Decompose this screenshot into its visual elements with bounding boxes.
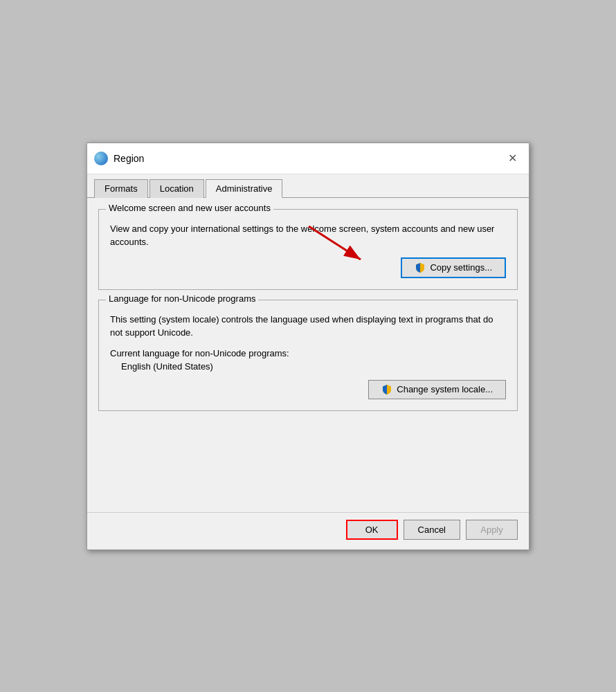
- globe-icon: [94, 152, 108, 165]
- title-bar: Region ✕: [87, 143, 529, 174]
- tabs-container: Formats Location Administrative: [87, 174, 529, 198]
- title-bar-left: Region: [94, 152, 144, 165]
- footer: OK Cancel Apply: [87, 512, 529, 549]
- shield-icon-copy: [415, 262, 426, 273]
- spacer: [98, 421, 518, 504]
- apply-button[interactable]: Apply: [466, 520, 518, 540]
- region-dialog: Region ✕ Formats Location Administrative…: [87, 143, 529, 550]
- welcome-group-label: Welcome screen and new user accounts: [106, 203, 273, 213]
- tab-formats[interactable]: Formats: [94, 179, 148, 198]
- unicode-group: Language for non-Unicode programs This s…: [98, 300, 518, 411]
- unicode-group-body: This setting (system locale) controls th…: [110, 313, 506, 399]
- ok-button[interactable]: OK: [346, 520, 398, 540]
- copy-settings-row: Copy settings...: [110, 257, 506, 278]
- tab-location[interactable]: Location: [150, 179, 204, 198]
- welcome-group: Welcome screen and new user accounts Vie…: [98, 209, 518, 290]
- tab-administrative[interactable]: Administrative: [206, 179, 283, 198]
- welcome-description: View and copy your international setting…: [110, 222, 506, 249]
- close-button[interactable]: ✕: [502, 149, 522, 168]
- cancel-button[interactable]: Cancel: [404, 520, 460, 540]
- change-locale-label: Change system locale...: [397, 384, 493, 394]
- copy-settings-label: Copy settings...: [430, 262, 492, 273]
- welcome-group-body: View and copy your international setting…: [110, 222, 506, 278]
- unicode-description: This setting (system locale) controls th…: [110, 313, 506, 340]
- copy-settings-button[interactable]: Copy settings...: [401, 257, 506, 278]
- current-language-label: Current language for non-Unicode program…: [110, 348, 506, 358]
- unicode-group-label: Language for non-Unicode programs: [106, 293, 258, 304]
- change-locale-button[interactable]: Change system locale...: [368, 380, 506, 399]
- shield-icon-locale: [381, 384, 392, 395]
- main-content: Welcome screen and new user accounts Vie…: [87, 198, 529, 512]
- dialog-title: Region: [114, 153, 144, 164]
- current-language-value: English (United States): [121, 361, 506, 372]
- change-locale-row: Change system locale...: [110, 380, 506, 399]
